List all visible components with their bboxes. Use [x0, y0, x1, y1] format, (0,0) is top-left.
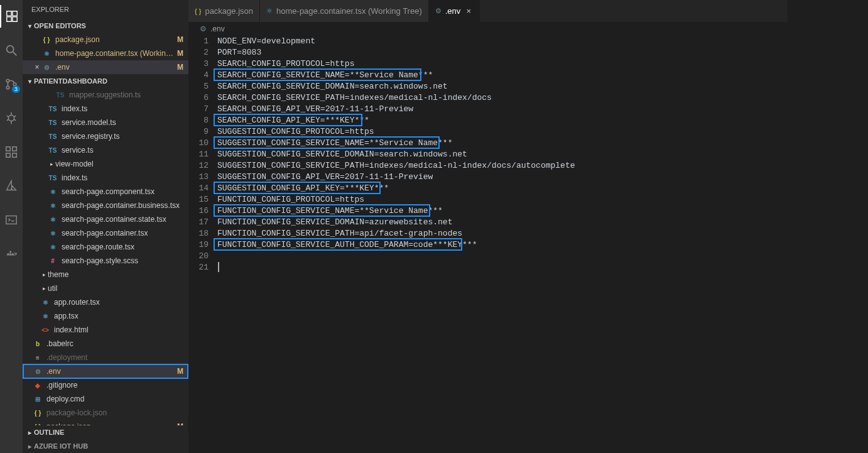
- explorer-sidebar: EXPLORER ▾ OPEN EDITORS { }package.jsonM…: [23, 0, 188, 453]
- editor-tab[interactable]: { }package.json: [188, 0, 260, 22]
- code-line[interactable]: SEARCH_CONFIG_SERVICE_NAME=**Service Nam…: [217, 70, 788, 81]
- svg-point-5: [8, 115, 14, 121]
- file-label: package-lock.json: [46, 408, 183, 417]
- open-editors-header[interactable]: ▾ OPEN EDITORS: [23, 19, 188, 33]
- file-item[interactable]: ≡.deployment: [23, 351, 188, 364]
- code-line[interactable]: FUNCTION_CONFIG_SERVICE_AUTH_CODE_PARAM=…: [217, 239, 788, 251]
- code-line[interactable]: SEARCH_CONFIG_API_KEY=***KEY***: [217, 115, 788, 126]
- tsx-icon: ⚛: [41, 48, 52, 58]
- dep-icon: ≡: [33, 352, 43, 363]
- code-line[interactable]: SEARCH_CONFIG_PROTOCOL=https: [217, 58, 788, 70]
- folder-item[interactable]: ▸view-model: [23, 157, 188, 171]
- outline-header[interactable]: ▸ OUTLINE: [23, 425, 188, 439]
- ts-icon: TS: [48, 117, 58, 128]
- project-header[interactable]: ▾ PATIENTDASHBOARD: [23, 74, 188, 88]
- file-item[interactable]: ⚛search-page.route.tsx: [23, 240, 188, 254]
- code-line[interactable]: SUGGESTION_CONFIG_PROTOCOL=https: [217, 126, 788, 138]
- json-icon: { }: [195, 8, 201, 15]
- file-item[interactable]: TSservice.model.ts: [23, 116, 188, 129]
- line-number: 17: [188, 217, 209, 228]
- code-line[interactable]: SEARCH_CONFIG_SERVICE_DOMAIN=search.wind…: [217, 81, 788, 92]
- file-item[interactable]: #search-page.style.scss: [23, 254, 188, 268]
- code-line[interactable]: SUGGESTION_CONFIG_SERVICE_NAME=**Service…: [217, 138, 788, 149]
- line-numbers: 123456789101112131415161718192021: [188, 36, 217, 453]
- tsx-icon: ⚛: [266, 7, 273, 15]
- file-item[interactable]: ⚙.envM: [23, 364, 188, 378]
- code-line[interactable]: [217, 251, 788, 262]
- file-label: package.json: [55, 35, 175, 44]
- close-icon[interactable]: ×: [33, 63, 41, 72]
- close-icon[interactable]: ×: [464, 6, 473, 16]
- folder-item[interactable]: ▸theme: [23, 268, 188, 281]
- code-line[interactable]: FUNCTION_CONFIG_SERVICE_DOMAIN=azurewebs…: [217, 217, 788, 228]
- activity-azure-icon[interactable]: [0, 175, 23, 197]
- file-label: service.ts: [62, 146, 183, 155]
- svg-line-1: [13, 52, 17, 56]
- file-item[interactable]: ⚛search-page.container.tsx: [23, 226, 188, 240]
- file-item[interactable]: { }package.jsonM: [23, 420, 188, 425]
- file-item[interactable]: <>index.html: [23, 323, 188, 337]
- file-label: search-page.container.state.tsx: [62, 215, 183, 224]
- file-label: deploy.cmd: [46, 395, 183, 403]
- open-editor-item[interactable]: ⚛home-page.container.tsx (Working ...M: [23, 46, 188, 60]
- code-line[interactable]: SUGGESTION_CONFIG_SERVICE_DOMAIN=search.…: [217, 149, 788, 160]
- file-item[interactable]: ⚛app.tsx: [23, 309, 188, 323]
- svg-line-8: [7, 116, 9, 117]
- file-label: app.router.tsx: [54, 298, 183, 307]
- code-line[interactable]: SEARCH_CONFIG_SERVICE_PATH=indexes/medic…: [217, 92, 788, 104]
- activity-docker-icon[interactable]: [0, 243, 23, 265]
- svg-rect-20: [9, 251, 11, 253]
- text-cursor: [218, 262, 219, 272]
- file-item[interactable]: TSservice.registry.ts: [23, 129, 188, 143]
- chevron-right-icon: ▸: [25, 443, 34, 450]
- file-label: service.registry.ts: [62, 132, 183, 141]
- file-item[interactable]: TSindex.ts: [23, 171, 188, 185]
- line-number: 2: [188, 47, 209, 58]
- code-line[interactable]: PORT=8083: [217, 47, 788, 58]
- editor-tab[interactable]: ⚙.env×: [429, 0, 480, 22]
- iothub-header[interactable]: ▸ AZURE IOT HUB: [23, 439, 188, 453]
- editor-tab[interactable]: ⚛home-page.container.tsx (Working Tree): [260, 0, 429, 22]
- file-item[interactable]: ⚛app.router.tsx: [23, 295, 188, 309]
- code-line[interactable]: SUGGESTION_CONFIG_API_KEY=***KEY***: [217, 183, 788, 194]
- activity-scm-icon[interactable]: 3: [0, 73, 23, 96]
- json-icon: { }: [33, 408, 43, 418]
- code-content[interactable]: NODE_ENV=developmentPORT=8083SEARCH_CONF…: [217, 36, 788, 453]
- open-editor-item[interactable]: ×⚙.envM: [23, 60, 188, 74]
- activity-extensions-icon[interactable]: [0, 141, 23, 163]
- code-line[interactable]: NODE_ENV=development: [217, 36, 788, 47]
- code-line[interactable]: FUNCTION_CONFIG_SERVICE_NAME=**Service N…: [217, 205, 788, 217]
- svg-rect-13: [6, 153, 10, 157]
- code-editor[interactable]: 123456789101112131415161718192021 NODE_E…: [188, 36, 788, 453]
- code-line[interactable]: FUNCTION_CONFIG_SERVICE_PATH=api/facet-g…: [217, 228, 788, 239]
- file-item[interactable]: TSindex.ts: [23, 102, 188, 116]
- code-line[interactable]: SEARCH_CONFIG_API_VER=2017-11-11-Preview: [217, 104, 788, 115]
- line-number: 10: [188, 138, 209, 149]
- file-item[interactable]: ◆.gitignore: [23, 378, 188, 392]
- file-item[interactable]: ⚛search-page.component.tsx: [23, 185, 188, 199]
- html-icon: <>: [40, 325, 50, 335]
- file-item[interactable]: ⚛search-page.container.state.tsx: [23, 212, 188, 226]
- open-editor-item[interactable]: { }package.jsonM: [23, 33, 188, 46]
- file-label: home-page.container.tsx (Working ...: [55, 49, 175, 58]
- code-line[interactable]: SUGGESTION_CONFIG_API_VER=2017-11-11-Pre…: [217, 172, 788, 183]
- code-line[interactable]: [217, 262, 788, 273]
- activity-search-icon[interactable]: [0, 39, 23, 62]
- code-line[interactable]: SUGGESTION_CONFIG_SERVICE_PATH=indexes/m…: [217, 160, 788, 172]
- file-item[interactable]: TSservice.ts: [23, 143, 188, 157]
- breadcrumb[interactable]: ⚙ .env: [188, 22, 788, 36]
- file-item[interactable]: TSmapper.suggestion.ts: [23, 88, 188, 102]
- tab-label: package.json: [205, 6, 253, 16]
- file-item[interactable]: b.babelrc: [23, 337, 188, 351]
- activity-debug-icon[interactable]: [0, 107, 23, 129]
- folder-item[interactable]: ▸util: [23, 281, 188, 295]
- activity-terminal-icon[interactable]: [0, 209, 23, 231]
- chevron-down-icon: ▾: [25, 23, 34, 30]
- file-item[interactable]: ⚛search-page.container.business.tsx: [23, 199, 188, 212]
- file-item[interactable]: { }package-lock.json: [23, 406, 188, 420]
- code-line[interactable]: FUNCTION_CONFIG_PROTOCOL=https: [217, 194, 788, 205]
- line-number: 21: [188, 262, 209, 273]
- chevron-icon: ▸: [48, 161, 55, 167]
- activity-explorer-icon[interactable]: [0, 5, 23, 28]
- file-item[interactable]: ⊞deploy.cmd: [23, 392, 188, 406]
